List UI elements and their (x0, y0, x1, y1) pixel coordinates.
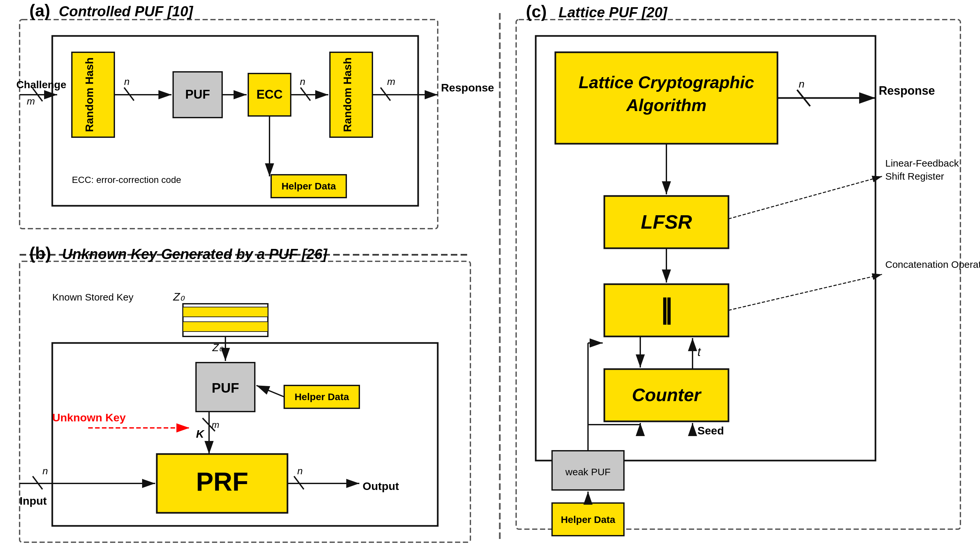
main-diagram: (a) Controlled PUF [10] Random Hash PUF … (0, 0, 980, 553)
puf-label-a: PUF (185, 87, 210, 101)
section-a-title: Controlled PUF [10] (59, 3, 193, 19)
n1-label: n (124, 76, 130, 87)
n-out-label: n (297, 466, 303, 476)
response-label-a: Response (441, 81, 494, 94)
lfsr-annotation-2: Shift Register (885, 171, 944, 182)
concat-label: ‖ (660, 295, 673, 325)
k-label: K (196, 427, 205, 440)
random-hash-1-label: Random Hash (83, 57, 95, 132)
concat-annotation-arrow (729, 274, 882, 310)
key-yellow-stripe-1 (183, 307, 268, 317)
lfsr-annotation-arrow (729, 176, 882, 219)
helper-data-b-label: Helper Data (295, 391, 349, 402)
lfsr-label: LFSR (641, 211, 692, 233)
seed-label: Seed (697, 424, 724, 437)
output-label: Output (363, 480, 399, 492)
helper-puf-arrow (256, 385, 284, 397)
prf-label: PRF (196, 467, 248, 496)
section-c-letter: (c) (526, 2, 547, 21)
unknown-key-label: Unknown Key (52, 411, 126, 424)
section-c-title: Lattice PUF [20] (558, 4, 668, 20)
section-b-title: Unknown Key Generated by a PUF [26] (62, 246, 328, 262)
key-yellow-stripe-2 (183, 322, 268, 332)
lattice-algo-line2: Algorithm (625, 96, 706, 114)
lattice-algo-line1: Lattice Cryptographic (579, 73, 754, 92)
weak-puf-label: weak PUF (565, 466, 611, 477)
t-label: t (697, 345, 702, 359)
ecc-note: ECC: error-correction code (72, 175, 181, 185)
input-label: Input (20, 494, 47, 507)
n2-label: n (300, 76, 305, 87)
helper-data-c-label: Helper Data (561, 514, 616, 525)
z0-label-1: Z₀ (173, 291, 185, 303)
m-label-a: m (27, 96, 35, 106)
concat-annotation: Concatenation Operator (885, 259, 980, 270)
response-label-c: Response (879, 84, 935, 97)
z0-label-2: Z₀ (212, 342, 224, 353)
random-hash-2-label: Random Hash (341, 57, 353, 132)
m2-label: m (387, 76, 395, 87)
helper-data-a-label: Helper Data (282, 181, 336, 191)
n-in-label: n (43, 466, 48, 476)
challenge-label: Challenge (16, 79, 66, 91)
known-stored-key-label: Known Stored Key (52, 292, 133, 302)
ecc-label: ECC (256, 87, 283, 101)
counter-label: Counter (632, 385, 702, 405)
puf-label-b: PUF (212, 380, 239, 396)
lfsr-annotation-1: Linear-Feedback (885, 158, 959, 168)
response-n-label: n (799, 78, 805, 90)
section-a-letter: (a) (29, 1, 50, 20)
section-b-letter: (b) (29, 244, 51, 262)
